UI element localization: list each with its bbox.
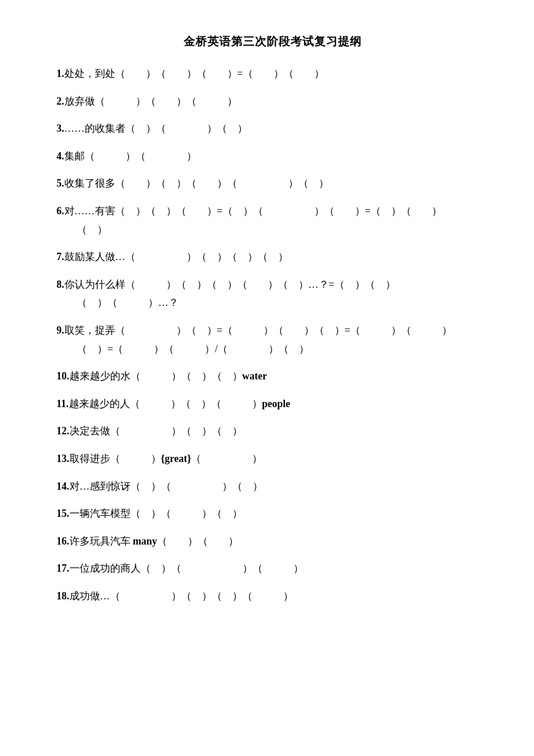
page-title: 金桥英语第三次阶段考试复习提纲 (57, 34, 489, 49)
list-item: 13.取得进步（ ）{great}（ ） (57, 450, 489, 468)
item-label: 17. (57, 563, 70, 574)
item-content: 一位成功的商人（ ）（ ）（ ） (70, 563, 303, 574)
item-label: 15. (57, 508, 70, 519)
list-item: 7.鼓励某人做…（ ）（ ）（ ）（ ） (57, 248, 489, 266)
item-label: 9. (57, 325, 64, 336)
item-content: 鼓励某人做…（ ）（ ）（ ）（ ） (64, 251, 288, 262)
item-line2: （ ）（ ）…？ (57, 294, 489, 312)
item-label: 4. (57, 150, 64, 162)
item-content: 放弃做（ ）（ ）（ ） (64, 96, 237, 107)
list-item: 9.取笑，捉弄（ ）（ ）=（ ）（ ）（ ）=（ ）（ ）（ ）=（ ）（ ）… (57, 322, 489, 357)
list-item: 4.集邮（ ）（ ） (57, 148, 489, 165)
item-content: 取得进步（ ）{great}（ ） (70, 453, 263, 464)
item-content: 一辆汽车模型（ ）（ ）（ ） (70, 508, 242, 519)
item-content: 许多玩具汽车 many（ ）（ ） (70, 535, 239, 547)
list-item: 14.对…感到惊讶（ ）（ ）（ ） (57, 478, 489, 495)
item-label: 13. (57, 453, 70, 464)
item-content: 对……有害（ ）（ ）（ ）=（ ）（ ）（ ）=（ ）（ ） (64, 205, 442, 217)
list-item: 6.对……有害（ ）（ ）（ ）=（ ）（ ）（ ）=（ ）（ ）（ ） (57, 202, 489, 238)
item-label: 7. (57, 251, 64, 262)
item-label: 2. (57, 96, 64, 107)
item-content: 集邮（ ）（ ） (64, 150, 197, 162)
item-label: 6. (57, 205, 64, 217)
list-item: 3.……的收集者（ ）（ ）（ ） (57, 120, 489, 137)
item-content: 收集了很多（ ）（ ）（ ）（ ）（ ） (64, 178, 329, 189)
item-label: 8. (57, 279, 64, 290)
item-label: 12. (57, 425, 70, 437)
item-content: 越来越少的水（ ）（ ）（ ）water (70, 370, 267, 382)
list-item: 16.许多玩具汽车 many（ ）（ ） (57, 533, 489, 550)
item-label: 14. (57, 481, 70, 492)
list-item: 17.一位成功的商人（ ）（ ）（ ） (57, 560, 489, 577)
list-item: 12.决定去做（ ）（ ）（ ） (57, 422, 489, 440)
item-label: 16. (57, 535, 70, 547)
item-line2: （ ） (57, 221, 489, 239)
list-item: 10.越来越少的水（ ）（ ）（ ）water (57, 368, 489, 385)
item-label: 18. (57, 590, 70, 602)
list-item: 15.一辆汽车模型（ ）（ ）（ ） (57, 505, 489, 522)
item-content: 越来越少的人（ ）（ ）（ ）people (69, 398, 290, 409)
list-item: 1.处处，到处（ ）（ ）（ ）=（ ）（ ） (57, 65, 489, 83)
item-content: 对…感到惊讶（ ）（ ）（ ） (70, 481, 263, 492)
item-content: 取笑，捉弄（ ）（ ）=（ ）（ ）（ ）=（ ）（ ） (64, 325, 452, 336)
item-label: 5. (57, 178, 64, 189)
item-label: 10. (57, 370, 70, 382)
item-line2: （ ）=（ ）（ ）/（ ）（ ） (57, 340, 489, 358)
list-item: 11.越来越少的人（ ）（ ）（ ）people (57, 395, 489, 413)
list-item: 18.成功做…（ ）（ ）（ ）（ ） (57, 587, 489, 605)
list-item: 2.放弃做（ ）（ ）（ ） (57, 93, 489, 110)
item-label: 3. (57, 123, 64, 134)
item-content: 你认为什么样（ ）（ ）（ ）（ ）（ ）…？=（ ）（ ） (64, 279, 396, 290)
list-item: 8.你认为什么样（ ）（ ）（ ）（ ）（ ）…？=（ ）（ ）（ ）（ ）…？ (57, 276, 489, 312)
list-item: 5.收集了很多（ ）（ ）（ ）（ ）（ ） (57, 175, 489, 192)
item-content: 处处，到处（ ）（ ）（ ）=（ ）（ ） (64, 68, 324, 79)
item-content: 决定去做（ ）（ ）（ ） (70, 425, 242, 437)
item-label: 1. (57, 68, 64, 79)
item-content: ……的收集者（ ）（ ）（ ） (64, 123, 248, 134)
item-content: 成功做…（ ）（ ）（ ）（ ） (70, 590, 293, 602)
item-label: 11. (57, 398, 69, 409)
